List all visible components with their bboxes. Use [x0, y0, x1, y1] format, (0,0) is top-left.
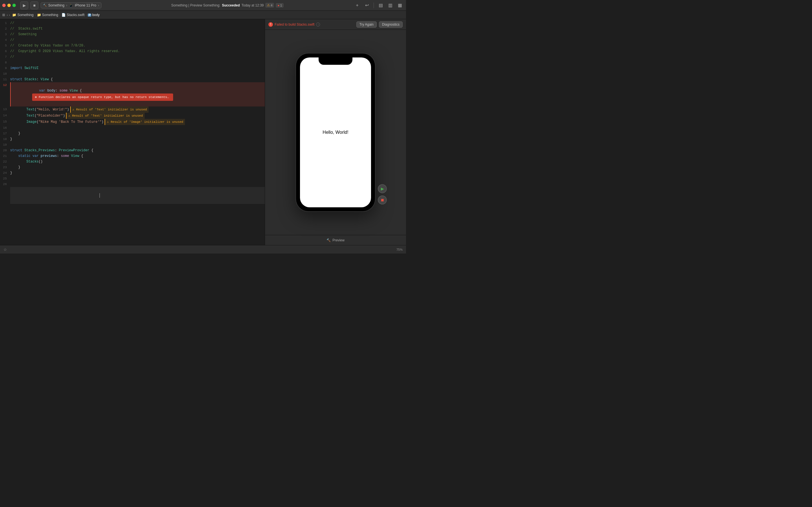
device-name: iPhone 11 Pro — [75, 3, 96, 7]
traffic-lights — [2, 4, 16, 7]
scheme-name: Something — [48, 3, 64, 7]
code-line: 21 static var previews: some View { — [0, 153, 265, 159]
preview-footer: 🔨 Preview — [265, 235, 406, 245]
code-line: 23 } — [0, 165, 265, 170]
code-line: 5 // Created by Vikas Yadav on 7/8/20. — [0, 43, 265, 48]
play-button[interactable]: ▶ — [20, 1, 28, 9]
code-line: 16 — [0, 125, 265, 131]
preview-controls: ▶ ⏹ — [378, 184, 387, 205]
warning-badge[interactable]: ⚠ 4 — [265, 3, 274, 8]
back-button[interactable]: ↩ — [363, 1, 371, 9]
code-line: 17 } — [0, 131, 265, 136]
layout-button-2[interactable]: ▥ — [386, 1, 394, 9]
error-text: Failed to build Stacks.swift — [274, 22, 314, 26]
cursor-line — [0, 187, 265, 204]
scheme-icon: 🔨 — [43, 4, 47, 7]
device-icon: 📱 — [69, 3, 73, 7]
preview-header: ! Failed to build Stacks.swift i Try Aga… — [265, 19, 406, 30]
code-line: 11 struct Stacks: View { — [0, 76, 265, 82]
breadcrumb-item-4[interactable]: Pbody — [88, 13, 100, 17]
code-line: 25 — [0, 176, 265, 181]
warning-count: 4 — [271, 4, 272, 7]
preview-actions: Try Again Diagnostics — [356, 21, 403, 27]
breadcrumb-bar: ⊞ ‹ › 📁 Something › 📁 Something › 📄 Stac… — [0, 11, 406, 19]
code-line: 22 Stacks() — [0, 159, 265, 165]
warning-annotation-3: ⚠ Result of 'Image' initializer is unuse… — [105, 119, 185, 125]
code-line: 7 // — [0, 54, 265, 60]
warning-annotation-1: ⚠ Result of 'Text' initializer is unused — [70, 107, 149, 113]
build-status-text: Something | Preview Something: — [171, 3, 220, 7]
diagnostics-button[interactable]: Diagnostics — [379, 21, 403, 27]
separator — [373, 3, 374, 8]
code-line: 10 — [0, 71, 265, 76]
iphone-notch — [319, 57, 352, 65]
error-bubble: ⊗ Function declares an opaque return typ… — [32, 94, 173, 101]
warning-annotation-2: ⚠ Result of 'Text' initializer is unused — [66, 113, 144, 119]
build-result: Succeeded — [222, 3, 240, 7]
iphone-screen: Hello, World! — [300, 57, 371, 207]
code-area: 1 // 2 // Stacks.swift 3 // Something 4 … — [0, 19, 265, 205]
maximize-button[interactable] — [12, 4, 16, 7]
zoom-level[interactable]: 75% — [396, 248, 403, 251]
add-button[interactable]: + — [353, 1, 361, 9]
warning-icon: ⚠ — [267, 3, 270, 7]
status-right: 75% — [396, 248, 403, 251]
grid-icon[interactable]: ⊞ — [2, 13, 5, 17]
code-line: 1 // — [0, 20, 265, 26]
code-editor[interactable]: 1 // 2 // Stacks.swift 3 // Something 4 … — [0, 19, 265, 245]
title-bar: ▶ ■ 🔨 Something › 📱 iPhone 11 Pro › Some… — [0, 0, 406, 11]
layout-button-3[interactable]: ▦ — [396, 1, 404, 9]
main-layout: 1 // 2 // Stacks.swift 3 // Something 4 … — [0, 19, 406, 245]
code-line: 2 // Stacks.swift — [0, 26, 265, 32]
nav-back-button[interactable]: ‹ — [7, 13, 8, 17]
breadcrumb-item-1[interactable]: 📁 Something — [12, 13, 34, 17]
code-line: 20 struct Stacks_Previews: PreviewProvid… — [0, 148, 265, 153]
error-badge[interactable]: ● 1 — [276, 3, 284, 8]
code-line: 18 } — [0, 136, 265, 142]
code-line: 3 // Something — [0, 32, 265, 37]
code-line: 24 } — [0, 170, 265, 176]
p-tag: P — [88, 13, 91, 17]
close-button[interactable] — [2, 4, 6, 7]
chevron-down-icon: › — [98, 3, 99, 7]
error-banner: ! Failed to build Stacks.swift i — [268, 22, 320, 27]
code-line: 15 Image("Nike Mag 'Back To The Future'"… — [0, 119, 265, 125]
error-circle-icon: ! — [268, 22, 273, 27]
stop-button[interactable]: ■ — [31, 1, 38, 9]
info-icon[interactable]: i — [316, 22, 320, 26]
code-line: 19 — [0, 142, 265, 148]
code-line: 4 // — [0, 37, 265, 43]
preview-stop-button[interactable]: ⏹ — [378, 195, 387, 205]
preview-panel: ! Failed to build Stacks.swift i Try Aga… — [265, 19, 406, 245]
code-line: 6 // Copyright © 2020 Vikas Yadav. All r… — [0, 48, 265, 54]
error-count: 1 — [280, 4, 282, 7]
phone-text: Hello, World! — [322, 130, 348, 135]
code-line: 13 Text("Hello, World!") ⚠ Result of 'Te… — [0, 107, 265, 113]
code-line: 14 Text("Placeholder") ⚠ Result of 'Text… — [0, 113, 265, 119]
separator-4: › — [86, 13, 87, 17]
center-bar: Something | Preview Something: Succeeded… — [104, 3, 351, 8]
separator-3: › — [59, 13, 60, 17]
preview-icon: 🔨 — [326, 238, 331, 242]
breadcrumb-item-3[interactable]: 📄 Stacks.swift — [61, 13, 85, 17]
code-line: 9 import SwiftUI — [0, 65, 265, 71]
breadcrumb-item-2[interactable]: 📁 Something — [37, 13, 58, 17]
code-line: 26 — [0, 181, 265, 187]
separator-2: › — [35, 13, 36, 17]
toolbar-right: + ↩ ▤ ▥ ▦ — [353, 1, 404, 9]
chevron-icon: › — [66, 3, 67, 7]
error-code-line: 12 var body: some View { ⊗ Function decl… — [0, 82, 265, 107]
preview-body: Hello, World! ▶ ⏹ — [265, 30, 406, 235]
preview-play-button[interactable]: ▶ — [378, 184, 387, 193]
code-line: 8 — [0, 60, 265, 65]
nav-forward-button[interactable]: › — [9, 13, 10, 17]
layout-button-1[interactable]: ▤ — [377, 1, 385, 9]
minimize-button[interactable] — [7, 4, 11, 7]
preview-label: Preview — [333, 238, 345, 242]
try-again-button[interactable]: Try Again — [356, 21, 377, 27]
status-bar: ☆ 75% — [0, 245, 406, 253]
iphone-frame: Hello, World! — [296, 54, 375, 211]
bookmark-icon[interactable]: ☆ — [3, 247, 7, 252]
scheme-selector[interactable]: 🔨 Something › 📱 iPhone 11 Pro › — [41, 2, 101, 8]
build-time: Today at 12:39 — [242, 3, 264, 7]
